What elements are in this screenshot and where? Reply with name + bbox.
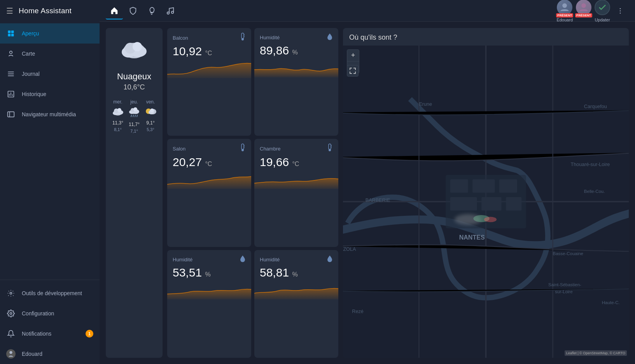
topbar-bulb[interactable] bbox=[143, 2, 160, 19]
svg-point-20 bbox=[620, 8, 621, 9]
svg-point-32 bbox=[117, 108, 121, 112]
person2-present-badge: PRÉSENT bbox=[575, 13, 592, 18]
topbar-updater[interactable]: Updater bbox=[595, 0, 610, 22]
svg-text:Erune: Erune bbox=[419, 102, 432, 107]
svg-point-16 bbox=[167, 12, 170, 14]
topbar-shield[interactable] bbox=[124, 2, 142, 19]
topbar-user-person2[interactable]: PRÉSENT bbox=[576, 0, 591, 22]
svg-text:Saint-Sébastien-: Saint-Sébastien- bbox=[548, 282, 581, 287]
sensor-icon-humidite1 bbox=[327, 33, 333, 42]
topbar-home[interactable] bbox=[106, 2, 123, 19]
sensor-name-salon: Salon bbox=[173, 146, 185, 152]
sidebar: ☰ Home Assistant Aperçu Carte Journal bbox=[0, 0, 100, 364]
sidebar-item-dev[interactable]: Outils de développement bbox=[0, 283, 100, 303]
svg-point-51 bbox=[241, 149, 244, 151]
map-zoom-in[interactable]: + bbox=[347, 50, 359, 61]
sensor-card-balcon: Balcon 10,92 °C bbox=[167, 28, 251, 136]
svg-text:Rezé: Rezé bbox=[352, 309, 363, 314]
sidebar-item-config[interactable]: Configuration bbox=[0, 303, 100, 324]
svg-line-40 bbox=[135, 115, 135, 117]
svg-rect-3 bbox=[11, 34, 14, 37]
forecast-ven-high: 9,1° bbox=[146, 120, 154, 126]
sidebar-item-notifications[interactable]: Notifications 1 bbox=[0, 324, 100, 344]
forecast-ven-low: 5,3° bbox=[147, 127, 154, 132]
dashboard: Nuageux 10,6°C mer. 11,3° bbox=[100, 22, 635, 364]
topbar-music[interactable] bbox=[162, 2, 179, 19]
map-container[interactable]: Carquefou Thouaré-sur-Loire Belle-Cou. B… bbox=[343, 46, 629, 358]
historique-icon bbox=[6, 89, 16, 99]
svg-rect-0 bbox=[8, 31, 11, 33]
app-title: Home Assistant bbox=[19, 7, 72, 15]
sensor-header-humidite1: Humidité bbox=[260, 33, 333, 42]
carte-icon bbox=[6, 49, 16, 58]
sidebar-item-dev-label: Outils de développement bbox=[22, 290, 82, 296]
sensor-value-chambre: 19,66 °C bbox=[260, 156, 333, 169]
user-avatar bbox=[6, 349, 16, 359]
svg-line-38 bbox=[131, 115, 131, 117]
weather-card: Nuageux 10,6°C mer. 11,3° bbox=[106, 28, 163, 358]
sensor-unit-salon: °C bbox=[205, 161, 212, 167]
map-fullscreen-button[interactable] bbox=[347, 65, 359, 77]
sensor-unit-humidite1: % bbox=[292, 49, 297, 56]
svg-rect-50 bbox=[241, 144, 244, 149]
sensor-icon-chambre bbox=[327, 144, 333, 154]
sensor-unit-chambre: °C bbox=[292, 161, 299, 167]
sidebar-item-apercu[interactable]: Aperçu bbox=[0, 23, 100, 44]
weather-temp: 10,6°C bbox=[123, 83, 145, 91]
sensor-icon-salon bbox=[240, 144, 246, 154]
sidebar-item-navigateur-label: Navigateur multimédia bbox=[22, 111, 76, 117]
sidebar-nav: Aperçu Carte Journal Historique Navigate… bbox=[0, 22, 100, 364]
sidebar-item-historique[interactable]: Historique bbox=[0, 84, 100, 104]
sensor-name-humidite1: Humidité bbox=[260, 35, 280, 40]
svg-line-39 bbox=[133, 115, 133, 117]
svg-rect-61 bbox=[472, 179, 495, 192]
sensor-name-humidite2: Humidité bbox=[173, 257, 192, 262]
chart-chambre bbox=[254, 170, 338, 247]
weather-forecast: mer. 11,3° 8,1° jeu. bbox=[112, 99, 156, 133]
notifications-icon bbox=[6, 329, 16, 338]
svg-point-4 bbox=[10, 51, 12, 54]
menu-icon[interactable]: ☰ bbox=[6, 6, 13, 16]
sensor-value-humidite3: 58,81 % bbox=[260, 266, 333, 279]
sidebar-item-user[interactable]: Edouard bbox=[0, 344, 100, 364]
sensor-grid: Balcon 10,92 °C bbox=[167, 28, 338, 358]
svg-rect-64 bbox=[481, 197, 502, 210]
sensor-name-chambre: Chambre bbox=[260, 146, 280, 152]
sensor-name-balcon: Balcon bbox=[173, 35, 188, 41]
svg-point-22 bbox=[620, 12, 621, 14]
svg-point-17 bbox=[171, 11, 174, 13]
forecast-day-ven-name: ven. bbox=[146, 99, 155, 105]
weather-icon bbox=[119, 36, 150, 68]
sidebar-item-journal[interactable]: Journal bbox=[0, 64, 100, 84]
more-menu-button[interactable] bbox=[612, 2, 629, 19]
forecast-jeu-high: 11,7° bbox=[129, 122, 140, 127]
svg-point-14 bbox=[10, 313, 12, 315]
svg-point-15 bbox=[9, 351, 12, 354]
sensor-icon-humidite2 bbox=[240, 255, 246, 264]
sidebar-item-carte-label: Carte bbox=[22, 51, 35, 57]
forecast-day-jeu-name: jeu. bbox=[130, 99, 138, 105]
sensor-value-humidite1: 89,86 % bbox=[260, 44, 333, 57]
journal-icon bbox=[6, 69, 16, 79]
svg-point-80 bbox=[484, 217, 497, 222]
sensor-value-salon: 20,27 °C bbox=[173, 156, 246, 169]
svg-point-19 bbox=[581, 3, 586, 8]
forecast-day-ven: ven. 9,1° 5,3° bbox=[145, 99, 156, 133]
sidebar-item-navigateur[interactable]: Navigateur multimédia bbox=[0, 104, 100, 124]
sensor-header-balcon: Balcon bbox=[173, 33, 246, 43]
sensor-header-humidite2: Humidité bbox=[173, 255, 246, 264]
sensor-card-salon: Salon 20,27 °C bbox=[167, 139, 251, 247]
topbar-user-edouard[interactable]: PRÉSENT Edouard bbox=[556, 0, 573, 22]
svg-point-55 bbox=[329, 149, 331, 151]
svg-rect-60 bbox=[450, 179, 468, 192]
sidebar-item-notifications-label: Notifications bbox=[22, 331, 51, 337]
sensor-card-humidite1: Humidité 89,86 % bbox=[254, 28, 338, 136]
svg-point-47 bbox=[241, 38, 244, 40]
svg-line-41 bbox=[137, 115, 137, 117]
sidebar-item-carte[interactable]: Carte bbox=[0, 44, 100, 64]
sidebar-header: ☰ Home Assistant bbox=[0, 0, 100, 22]
svg-point-21 bbox=[620, 10, 621, 11]
topbar-users: PRÉSENT Edouard PRÉSENT bbox=[556, 0, 610, 22]
sensor-card-chambre: Chambre 19,66 °C bbox=[254, 139, 338, 247]
svg-rect-65 bbox=[506, 197, 521, 210]
